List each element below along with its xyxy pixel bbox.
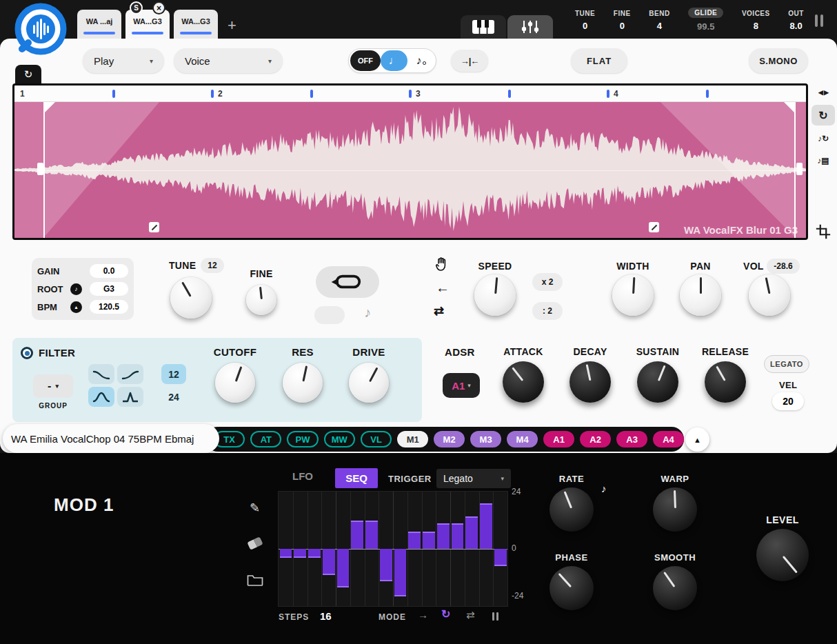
- loop-mode-tab[interactable]: ↻: [15, 65, 41, 83]
- seq-step-9[interactable]: [394, 549, 407, 596]
- mod-slot-pill-pw[interactable]: PW: [287, 431, 318, 447]
- gain-value[interactable]: 0.0: [90, 264, 128, 278]
- seq-step-15[interactable]: [480, 503, 492, 549]
- filter-shape-highpass[interactable]: [117, 364, 143, 384]
- play-mode-dropdown[interactable]: Play ▾: [83, 48, 164, 73]
- filter-group-dropdown[interactable]: - ▾: [33, 374, 73, 398]
- rate-sync-note-icon[interactable]: ♪: [601, 483, 607, 494]
- tab-mixer-view[interactable]: [507, 15, 553, 39]
- sync-note-button[interactable]: ♩: [381, 50, 407, 71]
- cutoff-knob[interactable]: [215, 363, 255, 403]
- mod-slot-pill-m4[interactable]: M4: [507, 431, 538, 447]
- param-value[interactable]: 8.0: [790, 21, 803, 31]
- note-sync-icon[interactable]: ♪: [364, 305, 371, 321]
- tune-knob[interactable]: [170, 277, 212, 319]
- attack-knob[interactable]: [503, 361, 544, 403]
- voice-mode-dropdown[interactable]: Voice ▾: [174, 48, 283, 73]
- mod-slot-pill-mw[interactable]: MW: [324, 431, 355, 447]
- mode-pingpong-button[interactable]: ⇄: [466, 609, 475, 621]
- bpm-value[interactable]: 120.5: [90, 300, 128, 314]
- seq-step-11[interactable]: [423, 532, 435, 549]
- preset-folder-button[interactable]: [247, 574, 263, 589]
- sync-triplet-button[interactable]: ♪: [407, 50, 434, 71]
- waveform-editor[interactable]: 1234 WA VocalFX Blur 01 G3: [12, 83, 808, 240]
- loop-length-value[interactable]: [314, 306, 345, 324]
- note-loop-button[interactable]: ♪↻: [811, 128, 835, 149]
- mod-slot-pill-vl[interactable]: VL: [361, 431, 392, 447]
- flip-lr-button[interactable]: ◀▶: [814, 85, 834, 99]
- seq-step-12[interactable]: [437, 523, 450, 550]
- width-knob[interactable]: [612, 274, 654, 316]
- reverse-button[interactable]: ←: [436, 280, 450, 296]
- warp-knob[interactable]: [653, 487, 697, 532]
- steps-value[interactable]: 16: [320, 610, 332, 622]
- solo-badge[interactable]: S: [130, 1, 143, 14]
- mode-loop-button[interactable]: ↻: [441, 607, 450, 621]
- pause-icon[interactable]: [815, 14, 826, 30]
- param-value[interactable]: 4: [657, 21, 662, 31]
- end-marker[interactable]: [794, 102, 796, 238]
- waveform-area[interactable]: WA VocalFX Blur 01 G3: [14, 102, 806, 238]
- collapse-panel-button[interactable]: ▲: [685, 427, 709, 452]
- step-sequencer[interactable]: [278, 491, 508, 607]
- tune-value[interactable]: 12: [201, 258, 224, 273]
- drive-knob[interactable]: [349, 363, 389, 403]
- mod-slot-pill-a2[interactable]: A2: [580, 431, 611, 447]
- start-marker[interactable]: [43, 102, 45, 238]
- vel-value[interactable]: 20: [772, 392, 804, 410]
- timeline-ruler[interactable]: 1234: [14, 85, 806, 102]
- mode-forward-button[interactable]: →: [418, 609, 428, 621]
- snap-button[interactable]: →|←: [451, 50, 488, 72]
- filter-slope-24[interactable]: 24: [161, 387, 186, 407]
- smooth-knob[interactable]: [653, 566, 697, 610]
- hand-drag-tool[interactable]: [434, 256, 450, 272]
- speed-half-button[interactable]: : 2: [532, 302, 563, 320]
- tab-keyboard-view[interactable]: [461, 15, 506, 39]
- seq-step-8[interactable]: [380, 549, 392, 581]
- seq-step-14[interactable]: [465, 516, 478, 549]
- phase-knob[interactable]: [549, 566, 594, 610]
- flat-button[interactable]: FLAT: [571, 48, 627, 73]
- fine-knob[interactable]: [246, 285, 276, 315]
- level-knob[interactable]: [756, 529, 809, 581]
- mod-slot-pill-m3[interactable]: M3: [470, 431, 501, 447]
- seq-step-13[interactable]: [452, 523, 464, 550]
- filter-shape-bandpass[interactable]: [88, 387, 114, 407]
- rate-knob[interactable]: [549, 487, 594, 532]
- mod-slot-pill-m1[interactable]: M1: [397, 431, 428, 447]
- seq-step-5[interactable]: [337, 549, 350, 587]
- fade-out-grip[interactable]: [649, 222, 659, 232]
- seq-step-1[interactable]: [280, 549, 292, 558]
- filter-slope-12[interactable]: 12: [161, 364, 186, 384]
- loop-toggle-button[interactable]: [316, 266, 379, 298]
- param-value[interactable]: 8: [754, 21, 758, 31]
- adsr-selector-dropdown[interactable]: A1 ▾: [443, 373, 480, 398]
- seq-step-4[interactable]: [323, 549, 335, 575]
- end-marker-handle[interactable]: [796, 163, 803, 175]
- tab-lfo[interactable]: LFO: [292, 470, 313, 482]
- param-value[interactable]: 0: [620, 21, 625, 31]
- draw-tool-button[interactable]: ✎: [250, 501, 260, 516]
- filter-shape-peak[interactable]: [117, 387, 143, 407]
- pan-knob[interactable]: [680, 274, 721, 316]
- fade-in-grip[interactable]: [149, 222, 159, 232]
- mode-hold-button[interactable]: [492, 611, 501, 623]
- speed-double-button[interactable]: x 2: [532, 273, 563, 291]
- legato-button[interactable]: LEGATO: [764, 355, 809, 373]
- loop-view-button[interactable]: ↻: [811, 105, 835, 125]
- seq-step-6[interactable]: [351, 521, 363, 549]
- release-knob[interactable]: [705, 361, 746, 403]
- crop-button[interactable]: [813, 222, 834, 241]
- close-icon[interactable]: ×: [152, 1, 165, 14]
- tab-seq[interactable]: SEQ: [335, 468, 378, 488]
- mod-slot-pill-a4[interactable]: A4: [653, 431, 684, 447]
- seq-step-16[interactable]: [494, 549, 507, 566]
- seq-step-3[interactable]: [308, 549, 321, 558]
- loaded-sample-name[interactable]: WA Emilia VocalChop 04 75BPM Ebmaj: [3, 424, 219, 453]
- res-knob[interactable]: [283, 363, 323, 403]
- preset-tab-1[interactable]: WA ...aj: [77, 10, 121, 39]
- vol-knob[interactable]: [749, 274, 790, 316]
- seq-step-2[interactable]: [294, 549, 306, 558]
- param-value[interactable]: 0: [583, 21, 587, 31]
- preset-tab-3[interactable]: WA...G3: [174, 10, 218, 39]
